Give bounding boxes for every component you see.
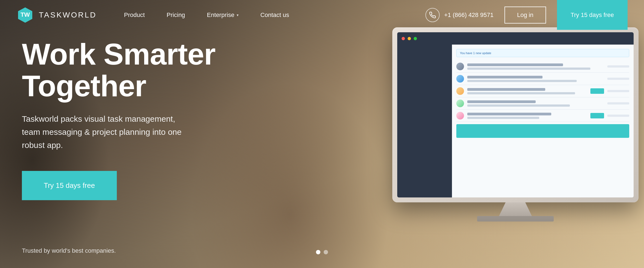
task-name-bar <box>467 76 543 78</box>
task-badge <box>590 88 604 94</box>
hero-title: Work Smarter Together <box>22 38 215 101</box>
hero-content: Work Smarter Together Taskworld packs vi… <box>22 38 215 200</box>
chevron-down-icon: ▾ <box>237 13 239 17</box>
notification-bar: You have 1 new update <box>456 49 629 57</box>
task-info <box>467 100 604 107</box>
navbar: TW TASKWORLD Product Pricing Enterprise … <box>0 0 644 30</box>
teal-section <box>456 124 629 138</box>
task-avatar <box>456 100 464 107</box>
task-detail-bar <box>467 117 539 119</box>
logo-area[interactable]: TW TASKWORLD <box>16 6 97 24</box>
nav-contact[interactable]: Contact us <box>250 0 300 30</box>
task-name-bar <box>467 88 545 91</box>
task-detail-bar <box>467 80 577 82</box>
task-avatar <box>456 87 464 95</box>
task-row <box>456 85 629 97</box>
task-info <box>467 88 587 94</box>
task-info <box>467 113 587 119</box>
app-header <box>397 32 634 45</box>
app-sidebar <box>397 45 452 197</box>
task-detail-bar <box>467 92 575 94</box>
dot-minimize <box>408 37 411 40</box>
monitor-screen: You have 1 new update <box>397 32 634 197</box>
task-avatar <box>456 75 464 83</box>
logo-icon: TW <box>16 6 34 24</box>
scroll-dot-1[interactable] <box>316 250 320 254</box>
task-meta <box>607 65 629 68</box>
brand-name: TASKWORLD <box>39 11 97 19</box>
app-main: You have 1 new update <box>452 45 634 197</box>
task-meta <box>607 90 629 92</box>
task-meta <box>607 78 629 80</box>
phone-area: +1 (866) 428 9571 <box>425 8 493 22</box>
dot-close <box>402 37 405 40</box>
nav-enterprise[interactable]: Enterprise ▾ <box>196 0 249 30</box>
task-detail-bar <box>467 68 590 70</box>
task-row <box>456 60 629 73</box>
task-meta <box>607 102 629 104</box>
task-row <box>456 110 629 122</box>
task-name-bar <box>467 113 551 115</box>
task-row <box>456 73 629 85</box>
monitor-area: You have 1 new update <box>365 27 644 246</box>
nav-links: Product Pricing Enterprise ▾ Contact us <box>113 0 425 30</box>
hero-subtitle: Taskworld packs visual task management, … <box>22 112 192 152</box>
dot-expand <box>414 37 417 40</box>
trusted-text: Trusted by world's best companies. <box>22 247 116 254</box>
svg-text:TW: TW <box>21 11 30 18</box>
scroll-dots <box>316 250 328 254</box>
monitor-stand <box>499 202 532 216</box>
phone-icon <box>425 8 440 22</box>
monitor-frame: You have 1 new update <box>392 27 639 219</box>
nav-right: +1 (866) 428 9571 Log in Try 15 days fre… <box>425 0 628 30</box>
monitor-outer: You have 1 new update <box>392 27 639 202</box>
phone-number: +1 (866) 428 9571 <box>444 11 493 19</box>
try-free-hero-button[interactable]: Try 15 days free <box>22 171 117 200</box>
task-badge <box>590 113 604 118</box>
task-name-bar <box>467 63 563 66</box>
app-content: You have 1 new update <box>397 45 634 197</box>
task-row <box>456 97 629 110</box>
task-meta <box>607 115 629 117</box>
task-info <box>467 63 604 70</box>
login-button[interactable]: Log in <box>504 7 546 24</box>
task-info <box>467 76 604 82</box>
task-avatar <box>456 112 464 120</box>
nav-product[interactable]: Product <box>113 0 156 30</box>
monitor-base <box>477 216 554 222</box>
task-detail-bar <box>467 104 570 107</box>
task-name-bar <box>467 100 536 103</box>
scroll-dot-2[interactable] <box>324 250 328 254</box>
task-avatar <box>456 63 464 70</box>
try-free-nav-button[interactable]: Try 15 days free <box>557 0 628 30</box>
nav-pricing[interactable]: Pricing <box>156 0 196 30</box>
